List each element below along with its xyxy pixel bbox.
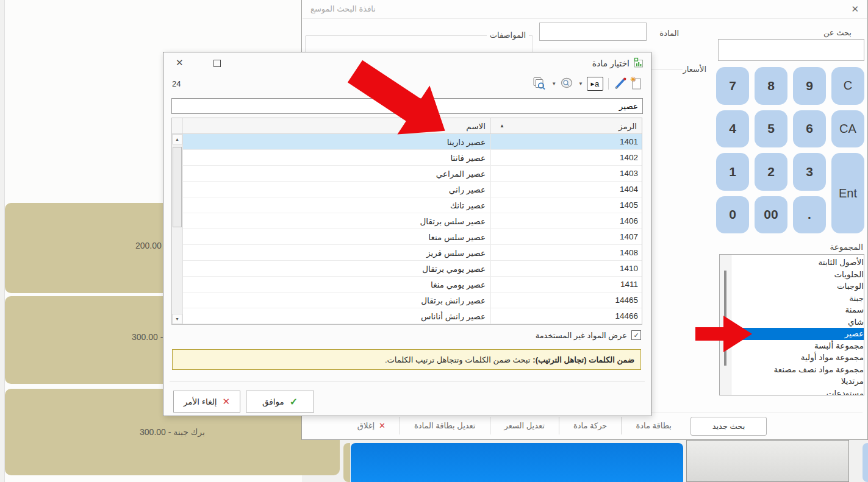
close-icon[interactable]: ✕	[851, 4, 859, 15]
footer-button[interactable]: تعديل السعر	[490, 417, 559, 434]
keypad-key[interactable]: 2	[755, 153, 787, 191]
group-scrollbar[interactable]	[720, 255, 731, 395]
keypad-key[interactable]: 6	[793, 110, 826, 148]
keypad-key[interactable]: 7	[716, 67, 749, 105]
check-icon: ✓	[633, 331, 639, 339]
code-column-header[interactable]: الرمز ▲	[490, 118, 642, 133]
scroll-up-icon[interactable]: ▲	[172, 134, 182, 144]
group-item[interactable]: مجموعة مواد نصف مصنعة	[731, 364, 864, 376]
show-unused-checkbox[interactable]: ✓	[631, 330, 641, 340]
search-for-input[interactable]	[718, 39, 864, 61]
group-item[interactable]: شاي	[731, 316, 864, 328]
table-row[interactable]: 1403 عصير المراعي	[183, 166, 642, 182]
footer-button-strip: بطاقة مادة حركة مادة تعديل السعر تعديل ب…	[343, 417, 686, 434]
table-row[interactable]: 1407 عصير سلس منغا	[183, 229, 642, 245]
maximize-icon[interactable]	[213, 60, 221, 67]
play-glyph: ▸	[591, 80, 594, 87]
table-row[interactable]: 1406 عصير سلس برتقال	[183, 213, 642, 229]
item-code-cell: 1401	[490, 134, 642, 149]
keypad-key[interactable]: 0	[716, 196, 749, 234]
keypad-key[interactable]: .	[793, 196, 826, 234]
group-item[interactable]: سمنة	[731, 304, 864, 316]
group-item[interactable]: مستودعات	[731, 388, 864, 396]
material-input[interactable]	[539, 23, 647, 41]
item-code-cell: 1407	[490, 229, 642, 244]
search-lens-icon[interactable]	[560, 76, 575, 91]
item-code-cell: 1411	[490, 277, 642, 292]
select-item-dialog: اختيار مادة ✕ 24 ▼ ▼ ▸a	[163, 52, 651, 416]
item-filter-input[interactable]	[171, 98, 643, 114]
sort-ascending-icon: ▲	[500, 123, 504, 129]
search-multiple-icon[interactable]	[532, 76, 548, 91]
footer-button[interactable]: تعديل بطاقة المادة	[400, 417, 489, 434]
bottom-panel-partial	[686, 440, 849, 482]
group-item[interactable]: مجموعة ألبسة	[731, 340, 864, 352]
ok-check-icon: ✓	[290, 396, 298, 408]
item-code-cell: 1406	[490, 213, 642, 229]
item-name-cell: عصير يومي منغا	[183, 277, 490, 292]
footer-button[interactable]: حركة مادة	[559, 417, 622, 434]
keypad-key[interactable]: 5	[755, 110, 787, 148]
rename-icon[interactable]: ▸a	[587, 77, 603, 91]
group-item[interactable]: الوجبات	[731, 280, 864, 292]
show-unused-row: ✓ عرض المواد غير المستخدمة	[536, 330, 641, 340]
category-button-active[interactable]	[351, 443, 683, 482]
table-row[interactable]: 14465 عصير رانش برتقال	[183, 292, 642, 308]
keypad-key[interactable]: Ent	[831, 153, 864, 233]
window-title: نافذة البحث الموسع	[310, 4, 376, 13]
table-row[interactable]: 1401 عصير دارينا	[183, 134, 642, 150]
group-item[interactable]: عصير	[731, 328, 864, 340]
group-item[interactable]: مجموعة مواد أولية	[731, 352, 864, 364]
footer-button[interactable]: بطاقة مادة	[621, 417, 686, 434]
product-tile-label: 300.00 -	[132, 332, 163, 342]
edit-pencil-icon[interactable]	[614, 76, 627, 91]
keypad-key[interactable]: 8	[755, 67, 787, 105]
footer-button-label: حركة مادة	[573, 421, 608, 430]
table-scrollbar-thumb[interactable]	[173, 147, 182, 227]
item-code-cell: 1410	[490, 261, 642, 276]
keypad-key[interactable]: C	[831, 67, 864, 105]
close-icon[interactable]: ✕	[176, 57, 184, 68]
name-column-header[interactable]: الاسم	[183, 118, 490, 133]
group-item[interactable]: الحلويات	[731, 269, 864, 281]
group-item[interactable]: جبنة	[731, 292, 864, 305]
footer-button[interactable]: ✕ إغلاق	[343, 417, 400, 434]
dropdown-icon[interactable]: ▼	[578, 76, 584, 91]
dropdown-icon[interactable]: ▼	[551, 76, 557, 91]
keypad-key[interactable]: 3	[793, 153, 826, 191]
cancel-button[interactable]: ✕ إلغاء الأمر	[173, 391, 240, 413]
keypad-key[interactable]: 1	[716, 153, 749, 191]
table-row[interactable]: 14466 عصير رانش أناناس	[183, 308, 642, 324]
keypad-key[interactable]: CA	[831, 110, 864, 148]
name-header-label: الاسم	[466, 121, 486, 131]
hint-text: تبحث ضمن الكلمات وتتجاهل ترتيب الكلمات.	[385, 355, 530, 364]
table-row[interactable]: 1408 عصير سلس فريز	[183, 245, 642, 261]
footer-button-label: تعديل بطاقة المادة	[414, 421, 475, 430]
keypad-key[interactable]: 9	[793, 67, 826, 105]
table-row[interactable]: 1405 عصير تانك	[183, 197, 642, 213]
table-row[interactable]: 1411 عصير يومي منغا	[183, 277, 642, 292]
item-code-cell: 14466	[490, 308, 642, 324]
new-item-icon[interactable]: ✳	[630, 76, 644, 91]
product-tile-label: برك جبنة - 300.00	[140, 427, 205, 437]
table-row[interactable]: 1404 عصير راني	[183, 182, 642, 197]
keypad-key[interactable]: 00	[755, 196, 787, 234]
keypad-key[interactable]: 4	[716, 110, 749, 148]
table-row[interactable]: 1410 عصير يومي برتقال	[183, 261, 642, 277]
table-row[interactable]: 1402 عصير فانتا	[183, 150, 642, 166]
new-search-button[interactable]: بحث جديد	[690, 417, 767, 436]
ok-button[interactable]: ✓ موافق	[246, 391, 314, 413]
group-item[interactable]: الأصول الثابتة	[731, 257, 864, 269]
ok-label: موافق	[262, 397, 284, 406]
item-name-cell: عصير تانك	[183, 197, 490, 213]
search-mode-hint: ضمن الكلمات (تجاهل الترتيب): تبحث ضمن ال…	[172, 349, 641, 370]
table-scrollbar[interactable]: ▲ ▼	[172, 134, 183, 324]
footer-button-label: تعديل السعر	[504, 421, 545, 430]
item-code-cell: 1408	[490, 245, 642, 260]
product-tile-partial	[343, 443, 350, 482]
group-item[interactable]: مرتديلا	[731, 375, 864, 388]
item-code-cell: 1402	[490, 150, 642, 165]
scroll-down-icon[interactable]: ▼	[172, 314, 182, 324]
group-scrollbar-thumb[interactable]	[724, 271, 726, 366]
titlebar-divider	[303, 18, 867, 19]
